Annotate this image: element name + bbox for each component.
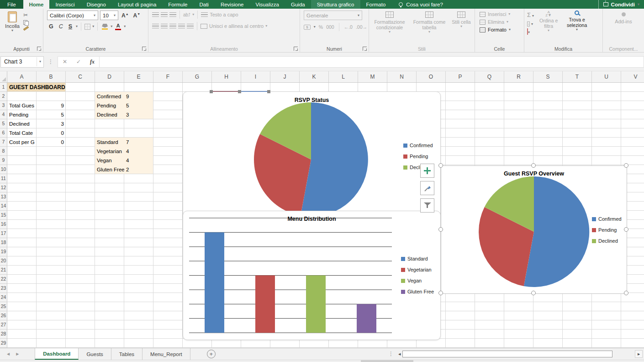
clear-button[interactable]: ▾: [527, 29, 534, 34]
ribbon-tab-guida[interactable]: Guida: [285, 0, 311, 9]
row-header-28[interactable]: 28: [0, 330, 7, 339]
autosum-button[interactable]: Σ ▾: [527, 11, 534, 18]
chart-elements-button[interactable]: [420, 164, 434, 178]
align-center-icon[interactable]: [161, 24, 168, 29]
column-header-E[interactable]: E: [124, 71, 153, 82]
column-header-T[interactable]: T: [563, 71, 592, 82]
chart-legend[interactable]: ConfirmedPendingDeclined: [592, 213, 622, 246]
borders-icon[interactable]: [84, 24, 90, 30]
legend-item-vegetarian[interactable]: Vegetarian: [401, 264, 434, 275]
cell-B6[interactable]: 0: [37, 128, 66, 138]
decrease-font-button[interactable]: A▼: [132, 12, 142, 19]
ribbon-tab-disegno[interactable]: Disegno: [81, 0, 112, 9]
ribbon-tab-layout-di-pagina[interactable]: Layout di pagina: [112, 0, 162, 9]
paste-dropdown-icon[interactable]: ▾: [11, 29, 13, 32]
formula-input[interactable]: [100, 56, 644, 68]
sheet-tab-dashboard[interactable]: Dashboard: [35, 348, 79, 360]
chart-selection-handle[interactable]: [438, 163, 443, 168]
cell-B7[interactable]: 0: [37, 138, 66, 147]
format-painter-icon[interactable]: [23, 26, 29, 31]
column-header-K[interactable]: K: [300, 71, 329, 82]
cell-E3[interactable]: 5: [124, 101, 153, 110]
column-header-Q[interactable]: Q: [475, 71, 504, 82]
row-header-15[interactable]: 15: [0, 211, 7, 220]
align-bottom-icon[interactable]: [169, 12, 176, 17]
ribbon-tab-dati[interactable]: Dati: [193, 0, 214, 9]
share-button[interactable]: Condividi ▾: [598, 0, 644, 9]
insert-function-icon[interactable]: fx: [85, 59, 99, 65]
scrollbar-thumb[interactable]: [402, 351, 612, 357]
row-header-13[interactable]: 13: [0, 192, 7, 202]
row-header-20[interactable]: 20: [0, 256, 7, 266]
cell-B3[interactable]: 9: [37, 101, 66, 110]
cell-A1[interactable]: GUEST DASHBOARD: [7, 83, 66, 92]
enter-icon[interactable]: ✓: [72, 59, 85, 65]
increase-indent-icon[interactable]: [187, 24, 194, 29]
column-header-O[interactable]: O: [417, 71, 446, 82]
row-header-9[interactable]: 9: [0, 156, 7, 165]
format-as-table-button[interactable]: Formatta come tabella ▾: [411, 11, 448, 34]
borders-caret-icon[interactable]: ▾: [92, 25, 94, 28]
cell-E4[interactable]: 3: [124, 110, 153, 119]
legend-item-confirmed[interactable]: Confirmed: [592, 213, 622, 224]
row-header-11[interactable]: 11: [0, 174, 7, 183]
decrease-decimal-button[interactable]: .00→: [356, 24, 367, 30]
column-header-A[interactable]: A: [7, 71, 37, 82]
chart-menu-distribution[interactable]: Menu DistributionStandardVegetarianVegan…: [183, 211, 441, 340]
cancel-icon[interactable]: ✕: [58, 59, 72, 65]
align-middle-icon[interactable]: [161, 12, 168, 17]
chart-selection-handle[interactable]: [531, 163, 536, 168]
row-header-25[interactable]: 25: [0, 302, 7, 311]
row-header-7[interactable]: 7: [0, 138, 7, 147]
wrap-text-button[interactable]: Testo a capo: [201, 12, 238, 17]
cell-D10[interactable]: Gluten Free: [95, 165, 124, 174]
name-box-caret-icon[interactable]: ▾: [37, 57, 43, 66]
font-color-caret-icon[interactable]: ▾: [124, 25, 126, 28]
number-format-select[interactable]: Generale ▾: [304, 11, 362, 20]
decrease-indent-icon[interactable]: [178, 24, 185, 29]
scroll-left-icon[interactable]: ◀: [396, 352, 402, 356]
cell-B5[interactable]: 3: [37, 119, 66, 128]
cell-A6[interactable]: Total Cate: [7, 128, 37, 138]
cell-D7[interactable]: Standard: [95, 138, 124, 147]
sheet-tab-tables[interactable]: Tables: [111, 348, 143, 360]
chart-styles-button[interactable]: [420, 181, 434, 195]
row-header-3[interactable]: 3: [0, 101, 7, 110]
column-header-L[interactable]: L: [329, 71, 358, 82]
conditional-formatting-button[interactable]: Formattazione condizionale ▾: [371, 11, 408, 34]
ribbon-tab-file[interactable]: File: [0, 0, 23, 9]
select-all-corner[interactable]: [0, 71, 7, 82]
font-size-select[interactable]: 10 ▾: [100, 11, 118, 20]
orientation-icon[interactable]: ab⤴: [183, 12, 190, 17]
font-color-button[interactable]: A: [114, 23, 122, 30]
row-header-10[interactable]: 10: [0, 165, 7, 174]
row-header-27[interactable]: 27: [0, 320, 7, 330]
cell-A7[interactable]: Cost per G: [7, 138, 37, 147]
tell-me-search[interactable]: Cosa vuoi fare?: [399, 0, 443, 9]
horizontal-scrollbar[interactable]: ◀: [396, 350, 632, 358]
name-box[interactable]: Chart 3 ▾: [0, 56, 44, 68]
cell-B4[interactable]: 5: [37, 110, 66, 119]
cell-D8[interactable]: Vegetarian: [95, 147, 124, 156]
chart-legend[interactable]: StandardVegetarianVeganGluten Free: [401, 253, 434, 297]
row-header-5[interactable]: 5: [0, 119, 7, 128]
cell-D9[interactable]: Vegan: [95, 156, 124, 165]
cell-A4[interactable]: Pending: [7, 110, 37, 119]
clipboard-dialog-launcher-icon[interactable]: [37, 47, 41, 51]
column-header-C[interactable]: C: [66, 71, 95, 82]
fill-button[interactable]: ↓ ▾: [527, 21, 534, 27]
delete-cells-button[interactable]: Elimina ▾: [480, 19, 522, 25]
statusbar-splitter[interactable]: [361, 360, 413, 362]
row-header-6[interactable]: 6: [0, 128, 7, 138]
increase-decimal-button[interactable]: ←.0: [344, 24, 353, 30]
underline-caret-icon[interactable]: ▾: [76, 25, 78, 28]
align-top-icon[interactable]: [152, 12, 159, 17]
row-header-29[interactable]: 29: [0, 339, 7, 348]
grid-body[interactable]: GUEST DASHBOARDTotal Gues9Pending5Declin…: [7, 83, 644, 348]
row-header-12[interactable]: 12: [0, 183, 7, 192]
column-header-F[interactable]: F: [153, 71, 183, 82]
chart-selection-handle[interactable]: [624, 163, 628, 168]
column-header-N[interactable]: N: [387, 71, 417, 82]
column-header-V[interactable]: V: [621, 71, 644, 82]
align-left-icon[interactable]: [152, 24, 159, 29]
